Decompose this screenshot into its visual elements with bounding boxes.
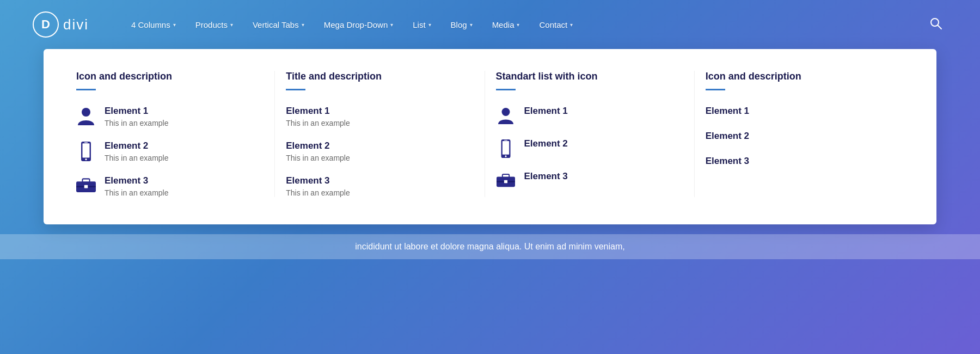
col2-title: Title and description xyxy=(286,71,462,82)
logo-text: divi xyxy=(63,16,89,33)
chevron-down-icon: ▾ xyxy=(173,22,176,28)
bottom-bar: incididunt ut labore et dolore magna ali… xyxy=(0,234,980,259)
panel-col-icon-description-2: Icon and description Element 1 Element 2… xyxy=(695,71,904,197)
person-icon xyxy=(496,107,516,125)
phone-icon xyxy=(76,142,96,161)
item-title: Element 2 xyxy=(286,141,350,151)
svg-point-2 xyxy=(82,108,90,117)
svg-rect-4 xyxy=(82,143,89,157)
item-title: Element 3 xyxy=(524,171,568,182)
nav-item-blog[interactable]: Blog ▾ xyxy=(441,15,482,35)
item-desc: This in an example xyxy=(286,154,350,162)
svg-rect-6 xyxy=(84,142,88,143)
item-desc: This in an example xyxy=(105,119,169,127)
nav-item-media[interactable]: Media ▾ xyxy=(482,15,530,35)
item-desc: This in an example xyxy=(286,119,350,127)
chevron-down-icon: ▾ xyxy=(470,22,473,28)
panel-col-title-description: Title and description Element 1 This in … xyxy=(275,71,485,197)
col4-divider xyxy=(706,89,725,90)
list-item[interactable]: Element 2 This in an example xyxy=(76,141,253,162)
col2-divider xyxy=(286,89,305,90)
dropdown-panel: Icon and description Element 1 This in a… xyxy=(44,49,936,224)
item-title: Element 1 xyxy=(706,106,882,117)
list-item[interactable]: Element 3 xyxy=(706,156,882,167)
item-title: Element 3 xyxy=(105,175,169,186)
nav-item-4columns[interactable]: 4 Columns ▾ xyxy=(121,15,186,35)
svg-line-1 xyxy=(938,25,941,29)
list-item[interactable]: Element 2 This in an example xyxy=(286,141,462,162)
col1-divider xyxy=(76,89,96,90)
list-item[interactable]: Element 1 xyxy=(496,106,672,125)
chevron-down-icon: ▾ xyxy=(390,22,393,28)
chevron-down-icon: ▾ xyxy=(570,22,573,28)
logo-icon: D xyxy=(33,11,59,38)
panel-col-standard-list: Standart list with icon Element 1 xyxy=(485,71,695,197)
list-item[interactable]: Element 3 This in an example xyxy=(76,175,253,197)
svg-point-5 xyxy=(85,158,87,160)
item-title: Element 1 xyxy=(286,106,350,117)
chevron-down-icon: ▾ xyxy=(428,22,431,28)
item-title: Element 2 xyxy=(105,141,169,151)
chevron-down-icon: ▾ xyxy=(302,22,304,28)
item-title: Element 1 xyxy=(105,106,169,117)
item-title: Element 2 xyxy=(524,138,568,149)
item-desc: This in an example xyxy=(105,154,169,162)
list-item[interactable]: Element 3 This in an example xyxy=(286,175,462,197)
svg-rect-13 xyxy=(502,141,509,155)
item-title: Element 2 xyxy=(706,131,882,142)
col3-title: Standart list with icon xyxy=(496,71,672,82)
nav-menu: 4 Columns ▾ Products ▾ Vertical Tabs ▾ M… xyxy=(121,15,924,35)
nav-item-vertical-tabs[interactable]: Vertical Tabs ▾ xyxy=(243,15,314,35)
chevron-down-icon: ▾ xyxy=(230,22,233,28)
list-item[interactable]: Element 2 xyxy=(706,131,882,142)
chevron-down-icon: ▾ xyxy=(517,22,519,28)
item-title: Element 3 xyxy=(706,156,882,167)
item-title: Element 1 xyxy=(524,106,568,117)
navbar: D divi 4 Columns ▾ Products ▾ Vertical T… xyxy=(0,0,980,49)
briefcase-icon xyxy=(76,176,96,193)
col3-divider xyxy=(496,89,516,90)
svg-point-14 xyxy=(505,155,506,157)
bottom-bar-text: incididunt ut labore et dolore magna ali… xyxy=(355,242,624,251)
logo[interactable]: D divi xyxy=(33,11,89,38)
nav-item-contact[interactable]: Contact ▾ xyxy=(529,15,583,35)
search-icon[interactable] xyxy=(924,12,947,38)
col1-title: Icon and description xyxy=(76,71,253,82)
svg-rect-17 xyxy=(502,174,509,178)
svg-rect-19 xyxy=(504,180,507,183)
svg-point-11 xyxy=(501,108,510,116)
item-desc: This in an example xyxy=(286,188,350,197)
list-item[interactable]: Element 2 xyxy=(496,138,672,158)
nav-item-products[interactable]: Products ▾ xyxy=(186,15,243,35)
person-icon xyxy=(76,107,96,126)
svg-rect-8 xyxy=(82,179,89,182)
list-item[interactable]: Element 1 xyxy=(706,106,882,117)
list-item[interactable]: Element 1 This in an example xyxy=(76,106,253,127)
svg-rect-15 xyxy=(504,140,507,141)
item-title: Element 3 xyxy=(286,175,350,186)
svg-rect-10 xyxy=(84,185,88,188)
nav-item-mega-dropdown[interactable]: Mega Drop-Down ▾ xyxy=(314,15,403,35)
phone-icon xyxy=(496,139,516,158)
briefcase-icon xyxy=(496,172,516,187)
list-item[interactable]: Element 1 This in an example xyxy=(286,106,462,127)
panel-col-icon-description-1: Icon and description Element 1 This in a… xyxy=(76,71,275,197)
item-desc: This in an example xyxy=(105,188,169,197)
list-item[interactable]: Element 3 xyxy=(496,171,672,187)
nav-item-list[interactable]: List ▾ xyxy=(403,15,440,35)
col4-title: Icon and description xyxy=(706,71,882,82)
